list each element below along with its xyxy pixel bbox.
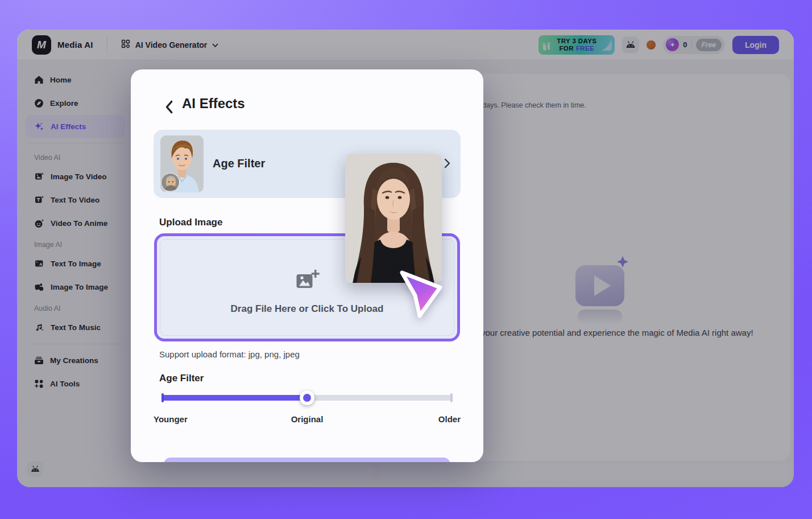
upload-heading: Upload Image xyxy=(159,217,222,228)
slider-thumb-inner xyxy=(303,394,311,402)
slider-labels: Younger Original Older xyxy=(154,414,461,426)
slider-fill xyxy=(161,395,307,401)
slider-left-cap xyxy=(161,393,164,402)
slider-label-original: Original xyxy=(291,414,324,424)
image-add-icon xyxy=(295,269,320,294)
age-slider[interactable] xyxy=(161,389,453,406)
age-slider-heading: Age Filter xyxy=(159,373,204,384)
upload-support-formats: Support upload format: jpg, png, jpeg xyxy=(159,349,300,359)
back-button[interactable] xyxy=(163,100,175,114)
effect-preview-aged-thumbnail xyxy=(161,173,180,192)
chevron-left-icon xyxy=(163,100,175,114)
sample-portrait-photo xyxy=(345,154,442,283)
slider-thumb[interactable] xyxy=(300,390,314,405)
slider-right-cap xyxy=(450,393,453,402)
generate-button-partial[interactable] xyxy=(164,458,450,462)
modal-title: AI Effects xyxy=(182,96,245,112)
slider-label-younger: Younger xyxy=(154,414,188,424)
pointer-cursor-graphic xyxy=(398,267,446,321)
chevron-right-icon xyxy=(444,158,450,171)
effect-card-title: Age Filter xyxy=(213,157,265,170)
slider-label-older: Older xyxy=(438,414,461,424)
